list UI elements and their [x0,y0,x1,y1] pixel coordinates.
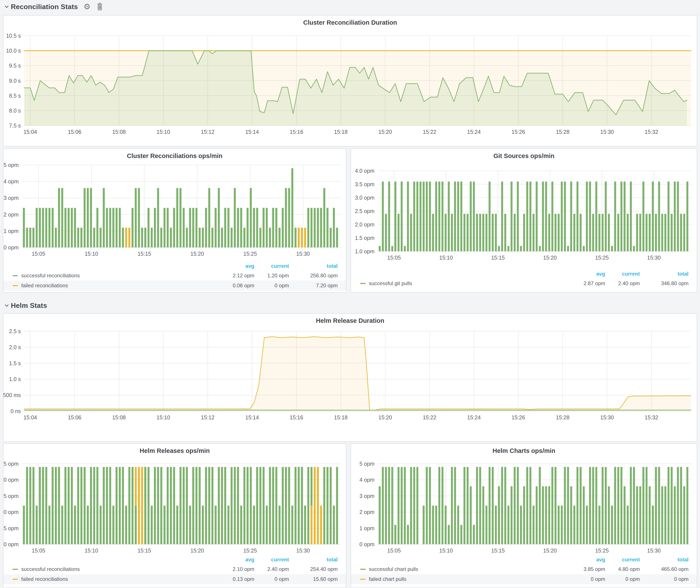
panel-title[interactable]: Helm Charts ops/min [351,447,697,454]
series-total: 465.60 opm [640,566,689,572]
svg-text:1.0 opm: 1.0 opm [3,509,19,515]
row-header-helm-stats[interactable]: Helm Stats [5,299,47,312]
series-avg: 2.12 opm [220,273,254,279]
legend-header-total[interactable]: total [640,271,689,277]
series-label[interactable]: successful reconciliations [21,566,80,572]
panel-title[interactable]: Git Sources ops/min [351,152,697,160]
legend-header-row: avgcurrenttotal [3,262,346,271]
legend-header-current[interactable]: current [605,557,640,563]
svg-text:2 opm: 2 opm [4,212,19,218]
svg-text:15:04: 15:04 [23,129,37,135]
legend-row: failed reconciliations0.06 opm0 opm7.20 … [3,281,346,291]
series-color-dash [13,569,18,570]
helm-releases-bar-chart[interactable]: 2.5 opm2.0 opm1.5 opm1.0 opm0.5 opm0 opm… [3,444,346,555]
svg-text:4 opm: 4 opm [360,477,374,483]
legend-header-avg[interactable]: avg [571,271,605,277]
svg-text:15:14: 15:14 [245,129,259,135]
svg-text:1.5 s: 1.5 s [9,360,21,366]
series-total: 256.80 opm [289,273,338,279]
series-label[interactable]: failed reconciliations [21,576,68,582]
svg-text:15:15: 15:15 [491,548,505,554]
svg-text:15:20: 15:20 [378,414,392,420]
legend-header-total[interactable]: total [640,557,689,563]
trash-icon[interactable] [96,3,103,11]
series-color-dash [360,569,366,570]
legend-header-current[interactable]: current [254,557,289,563]
svg-text:1 opm: 1 opm [4,228,19,234]
gear-icon[interactable]: ⚙ [84,3,90,11]
svg-text:15:32: 15:32 [645,414,658,420]
svg-text:5 opm: 5 opm [4,162,19,168]
panel-cluster-reconciliation-duration: Cluster Reconciliation Duration 10.5 s10… [3,15,697,146]
svg-text:15:22: 15:22 [423,129,436,135]
series-current: 4.80 opm [605,566,640,572]
git-sources-bar-chart[interactable]: 4.0 opm3.5 opm3.0 opm2.5 opm2.0 opm1.5 o… [351,149,697,264]
svg-text:15:10: 15:10 [85,251,98,257]
svg-text:15:15: 15:15 [491,255,505,261]
legend-header-current[interactable]: current [254,263,289,269]
svg-text:1.0 s: 1.0 s [9,376,21,382]
legend-header-total[interactable]: total [289,263,338,269]
svg-text:8.0 s: 8.0 s [9,108,21,114]
helm-charts-bar-chart[interactable]: 5 opm4 opm3 opm2 opm1 opm0 opm15:0515:10… [351,444,697,555]
svg-text:15:30: 15:30 [296,548,310,554]
svg-text:4.0 opm: 4.0 opm [355,168,374,174]
panel-title[interactable]: Cluster Reconciliation Duration [3,19,697,26]
cluster-reconciliations-bar-chart[interactable]: 5 opm4 opm3 opm2 opm1 opm0 opm15:0515:10… [3,149,346,259]
svg-text:5 opm: 5 opm [360,461,374,467]
series-label[interactable]: successful git pulls [369,280,412,286]
svg-text:15:28: 15:28 [556,129,569,135]
svg-text:15:20: 15:20 [543,255,557,261]
series-label[interactable]: failed chart pulls [369,576,406,582]
svg-text:15:06: 15:06 [68,129,81,135]
svg-text:0 opm: 0 opm [4,541,19,547]
series-color-dash [13,579,18,580]
svg-text:15:16: 15:16 [290,129,303,135]
series-current: 2.40 opm [605,280,640,286]
section-title[interactable]: Reconciliation Stats [11,3,78,11]
series-total: 15.60 opm [289,576,338,582]
panel-helm-releases-opm: Helm Releases ops/min 2.5 opm2.0 opm1.5 … [3,443,346,588]
series-color-dash [360,579,366,580]
series-current: 0 opm [605,576,640,582]
series-color-dash [13,285,18,286]
svg-text:15:12: 15:12 [201,414,215,420]
series-label[interactable]: successful reconciliations [21,273,80,279]
panel-title[interactable]: Cluster Reconciliations ops/min [3,152,346,160]
legend-header-avg[interactable]: avg [571,557,605,563]
svg-text:7.5 s: 7.5 s [9,123,21,129]
svg-text:4 opm: 4 opm [4,178,19,184]
section-title[interactable]: Helm Stats [11,302,47,310]
svg-text:15:20: 15:20 [543,548,557,554]
svg-text:15:24: 15:24 [467,414,481,420]
svg-text:15:25: 15:25 [595,255,609,261]
panel-title[interactable]: Helm Release Duration [3,317,697,324]
series-label[interactable]: failed reconciliations [21,283,68,289]
legend-git-sources: avgcurrenttotalsuccessful git pulls2.87 … [351,269,697,288]
svg-text:15:04: 15:04 [23,414,37,420]
helm-release-duration-chart[interactable]: 2.5 s2.0 s1.5 s1.0 s500 ms0 ns15:0415:06… [3,314,697,441]
svg-text:15:26: 15:26 [511,414,525,420]
svg-text:15:08: 15:08 [112,129,126,135]
svg-text:1.5 opm: 1.5 opm [355,235,374,241]
svg-text:15:16: 15:16 [290,414,303,420]
legend-row: successful git pulls2.87 opm2.40 opm346.… [351,278,697,288]
legend-header-avg[interactable]: avg [220,557,254,563]
series-current: 0 opm [254,283,289,289]
cluster-reconciliation-duration-chart[interactable]: 10.5 s10.0 s9.5 s9.0 s8.5 s8.0 s7.5 s15:… [3,16,697,146]
series-current: 2.40 opm [254,566,289,572]
row-header-reconciliation-stats[interactable]: Reconciliation Stats ⚙ [5,0,103,13]
chevron-down-icon [5,5,9,8]
panel-title[interactable]: Helm Releases ops/min [3,447,346,454]
panel-git-sources-opm: Git Sources ops/min 4.0 opm3.5 opm3.0 op… [351,149,697,293]
series-label[interactable]: successful chart pulls [369,566,418,572]
legend-header-current[interactable]: current [605,271,640,277]
panel-helm-charts-opm: Helm Charts ops/min 5 opm4 opm3 opm2 opm… [351,443,697,588]
series-total: 0 opm [640,576,689,582]
legend-cluster-reconciliations: avgcurrenttotalsuccessful reconciliation… [3,262,346,291]
svg-text:15:32: 15:32 [645,129,658,135]
legend-header-avg[interactable]: avg [220,263,254,269]
legend-row: successful chart pulls3.85 opm4.80 opm46… [351,564,697,574]
svg-text:0 opm: 0 opm [4,244,19,250]
legend-header-total[interactable]: total [289,557,338,563]
